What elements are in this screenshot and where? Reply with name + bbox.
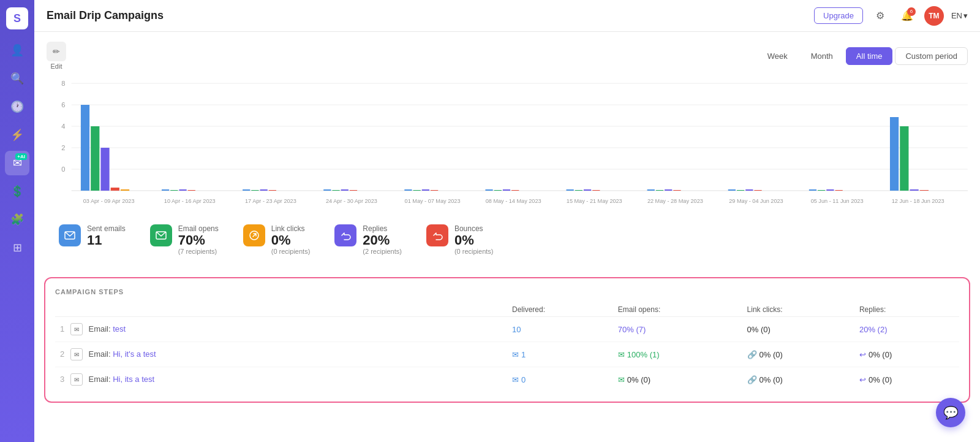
campaign-table: Delivered: Email opens: Link clicks: Rep… <box>55 303 959 392</box>
svg-text:29 May - 04 Jun 2023: 29 May - 04 Jun 2023 <box>729 198 783 204</box>
step-1-link[interactable]: test <box>113 324 126 333</box>
sent-emails-value: 11 <box>87 233 126 248</box>
sidebar-item-person[interactable]: 👤 <box>5 38 29 63</box>
settings-button[interactable]: ⚙ <box>870 6 890 26</box>
app-logo[interactable]: S <box>6 7 28 29</box>
svg-rect-22 <box>260 189 268 191</box>
svg-rect-13 <box>100 148 109 191</box>
grid-icon: ⊞ <box>13 241 22 254</box>
svg-text:12 Jun - 18 Jun 2023: 12 Jun - 18 Jun 2023 <box>892 198 944 204</box>
replies-sub: (2 recipients) <box>363 248 402 255</box>
svg-rect-44 <box>728 189 736 191</box>
col-step <box>55 303 507 317</box>
link-clicks-value: 0% <box>271 233 311 248</box>
campaign-steps-section: CAMPAIGN STEPS Delivered: Email opens: L… <box>44 277 970 403</box>
sidebar-item-dollar[interactable]: 💲 <box>5 179 29 204</box>
topbar: Email Drip Campaigns Upgrade ⚙ 🔔 6 TM EN… <box>34 0 980 32</box>
table-row: 3 ✉ Email: Hi, its a test ✉ 0 <box>55 367 959 392</box>
col-opens: Email opens: <box>613 303 742 317</box>
step-3-link[interactable]: Hi, its a test <box>113 375 154 384</box>
tab-all-time[interactable]: All time <box>846 47 893 65</box>
stats-row: Sent emails 11 Email opens 70% (7 recipi… <box>47 217 968 260</box>
col-replies: Replies: <box>854 303 959 317</box>
gear-icon: ⚙ <box>876 10 884 21</box>
chart-toolbar: ✏ Edit Week Month All time Custom period <box>47 42 968 70</box>
stat-bounces: Bounces 0% (0 recipients) <box>426 224 494 255</box>
svg-rect-35 <box>511 190 519 191</box>
svg-rect-30 <box>422 189 429 191</box>
link-clicks-sub: (0 recipients) <box>271 248 311 255</box>
svg-rect-14 <box>111 188 119 191</box>
sidebar-item-search[interactable]: 🔍 <box>5 66 29 91</box>
avatar[interactable]: TM <box>924 6 944 26</box>
notifications-button[interactable]: 🔔 6 <box>897 6 917 26</box>
step-3-opens-val: 0% (0) <box>627 375 650 384</box>
campaign-steps-title: CAMPAIGN STEPS <box>55 288 959 295</box>
svg-rect-47 <box>754 190 761 191</box>
step-3-type: Email: <box>88 375 113 384</box>
step-1-opens: 70% (7) <box>613 317 742 342</box>
upgrade-button[interactable]: Upgrade <box>814 7 863 24</box>
step-2-delivered: ✉ 1 <box>507 342 613 367</box>
sidebar-item-grid[interactable]: ⊞ <box>5 235 29 260</box>
step-3-clicks-val: 0% (0) <box>760 375 783 384</box>
sidebar-item-puzzle[interactable]: 🧩 <box>5 207 29 232</box>
table-row: 2 ✉ Email: Hi, it's a test ✉ 1 <box>55 342 959 367</box>
svg-rect-31 <box>431 190 438 191</box>
svg-rect-54 <box>910 189 918 191</box>
svg-text:6: 6 <box>61 101 65 109</box>
replies-value: 20% <box>363 233 402 248</box>
col-clicks: Link clicks: <box>742 303 854 317</box>
power-icon: ⚡ <box>10 128 24 142</box>
svg-rect-28 <box>404 189 412 191</box>
sidebar-item-clock[interactable]: 🕐 <box>5 94 29 119</box>
sidebar: S 👤 🔍 🕐 ⚡ ✉ +AI 💲 🧩 ⊞ <box>0 0 34 442</box>
language-selector[interactable]: EN ▾ <box>951 11 968 20</box>
link-clicks-label: Link clicks <box>271 224 311 233</box>
svg-text:8: 8 <box>61 80 65 87</box>
tab-custom-period[interactable]: Custom period <box>895 47 968 65</box>
step-2-clicks-val: 0% (0) <box>760 350 783 359</box>
svg-text:10 Apr - 16 Apr 2023: 10 Apr - 16 Apr 2023 <box>164 198 216 204</box>
svg-rect-21 <box>251 190 258 191</box>
step-3-delivered: ✉ 0 <box>507 367 613 392</box>
step-2-name: 2 ✉ Email: Hi, it's a test <box>55 342 507 367</box>
stat-email-opens: Email opens 70% (7 recipients) <box>150 224 219 255</box>
svg-rect-12 <box>91 126 99 191</box>
tab-month[interactable]: Month <box>801 47 843 65</box>
step-1-email-icon: ✉ <box>70 323 83 335</box>
col-delivered: Delivered: <box>507 303 613 317</box>
step-1-delivered-val: 10 <box>512 325 521 334</box>
svg-text:15 May - 21 May 2023: 15 May - 21 May 2023 <box>567 198 622 204</box>
table-header-row: Delivered: Email opens: Link clicks: Rep… <box>55 303 959 317</box>
svg-text:0: 0 <box>61 166 65 173</box>
dollar-icon: 💲 <box>10 185 24 198</box>
svg-rect-32 <box>485 189 492 191</box>
sidebar-item-power[interactable]: ⚡ <box>5 123 29 147</box>
svg-rect-45 <box>737 190 744 191</box>
edit-icon: ✏ <box>47 42 66 61</box>
ai-badge: +AI <box>15 153 27 160</box>
step-1-clicks-val: 0% (0) <box>747 325 771 334</box>
step-1-delivered: 10 <box>507 317 613 342</box>
svg-text:17 Apr - 23 Apr 2023: 17 Apr - 23 Apr 2023 <box>245 198 296 204</box>
step-3-name: 3 ✉ Email: Hi, its a test <box>55 367 507 392</box>
svg-rect-36 <box>567 189 574 191</box>
tab-week[interactable]: Week <box>757 47 798 65</box>
stat-link-clicks: Link clicks 0% (0 recipients) <box>243 224 311 255</box>
chat-bubble[interactable]: 💬 <box>936 398 965 427</box>
puzzle-icon: 🧩 <box>10 213 24 226</box>
clicks-icon-sm: 🔗 <box>747 350 757 359</box>
edit-button-area[interactable]: ✏ Edit <box>47 42 66 70</box>
step-2-link[interactable]: Hi, it's a test <box>113 349 156 359</box>
svg-rect-49 <box>818 190 825 191</box>
sidebar-item-mail[interactable]: ✉ +AI <box>5 151 29 175</box>
email-opens-value: 70% <box>178 233 219 248</box>
svg-text:01 May - 07 May 2023: 01 May - 07 May 2023 <box>405 198 461 204</box>
bar-chart: 8 6 4 2 0 <box>47 77 968 212</box>
topbar-actions: Upgrade ⚙ 🔔 6 TM EN ▾ <box>814 6 968 26</box>
chart-container: 8 6 4 2 0 <box>47 77 968 212</box>
replies-icon <box>334 224 356 246</box>
svg-rect-52 <box>890 117 899 191</box>
svg-rect-39 <box>592 190 600 191</box>
